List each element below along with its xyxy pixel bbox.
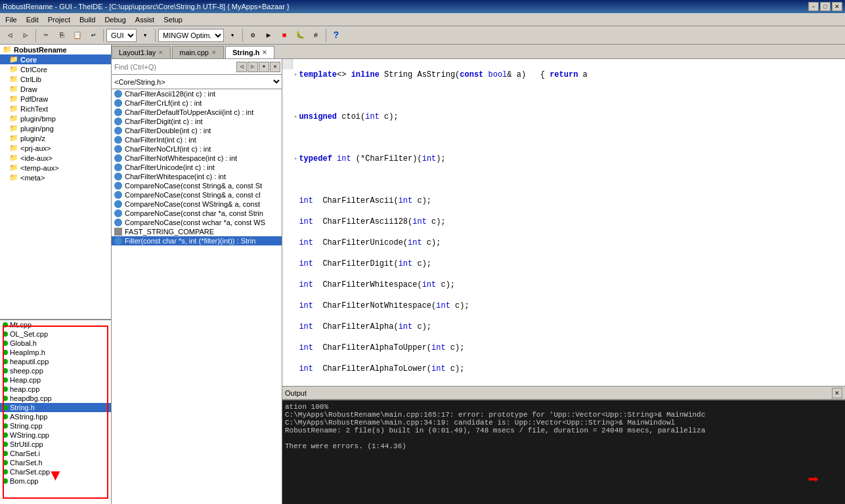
menu-build[interactable]: Build (76, 14, 99, 25)
tb-cut[interactable]: ✂ (39, 28, 53, 43)
tab-stringh[interactable]: String.h ✕ (225, 46, 275, 58)
compiler-combo[interactable]: MINGW Optim... (158, 29, 224, 42)
close-button[interactable]: ✕ (832, 2, 842, 11)
minimize-button[interactable]: − (808, 2, 819, 11)
tree-item-draw[interactable]: 📁 Draw (0, 84, 111, 94)
tree-item-ctrlcore[interactable]: 📁 CtrlCore (0, 64, 111, 74)
symbol-faststringcompare[interactable]: FAST_STRING_COMPARE (112, 227, 282, 236)
tab-close-layout1[interactable]: ✕ (158, 49, 163, 56)
file-item-astring[interactable]: AString.hpp (0, 412, 111, 421)
tb-undo[interactable]: ↩ (86, 28, 100, 43)
symbol-comparenocase4[interactable]: CompareNoCase(const char *a, const Strin (112, 209, 282, 218)
symbol-charfilterwhite[interactable]: CharFilterWhitespace(int c) : int (112, 172, 282, 181)
tree-item-tempaux[interactable]: 📁 <temp-aux> (0, 163, 111, 173)
menu-edit[interactable]: Edit (22, 14, 43, 25)
search-prev-btn[interactable]: ◁ (236, 62, 247, 72)
symbol-charfilterascii128[interactable]: CharFilterAscii128(int c) : int (112, 89, 282, 98)
file-selector[interactable]: <Core/Random.cpp> <Core/SHA1.cpp> <Core/… (112, 75, 282, 89)
search-close-btn[interactable]: ✕ (270, 62, 280, 72)
file-item-mtcpp[interactable]: Mt.cpp (0, 320, 111, 329)
symbol-search-input[interactable] (112, 59, 235, 74)
tb-copy[interactable]: ⎘ (54, 28, 69, 43)
tb-build2[interactable]: ▶ (261, 28, 276, 43)
tree-item-pluginz[interactable]: 📁 plugin/z (0, 133, 111, 143)
build-mode-combo[interactable]: GUI (106, 29, 137, 42)
code-content[interactable]: ▸template<> inline String AsString(const… (282, 59, 845, 386)
file-item-globalh[interactable]: Global.h (0, 339, 111, 348)
output-close-btn[interactable]: ✕ (832, 388, 842, 398)
tab-close-stringh[interactable]: ✕ (262, 49, 267, 56)
tb-sep3 (155, 29, 156, 42)
menu-file[interactable]: File (1, 14, 21, 25)
symbol-filter[interactable]: Filter(const char *s, int (*filter)(int)… (112, 236, 282, 245)
tb-build1[interactable]: ⚙ (246, 28, 260, 43)
symbol-charfilterdigit[interactable]: CharFilterDigit(int c) : int (112, 117, 282, 126)
menu-setup[interactable]: Setup (160, 14, 186, 25)
tb-compiler-arrow[interactable]: ▾ (225, 28, 240, 43)
file-item-bom[interactable]: Bom.cpp (0, 476, 111, 486)
file-name: Mt.cpp (10, 321, 32, 329)
file-item-charseth[interactable]: CharSet.h (0, 458, 111, 467)
tb-back[interactable]: ◁ (3, 28, 17, 43)
tree-item-robustRename[interactable]: 📁 RobustRename (0, 45, 111, 54)
fold-icon[interactable]: ▸ (294, 154, 297, 164)
fold-icon[interactable]: ▸ (294, 112, 297, 122)
tb-help[interactable]: ? (329, 28, 343, 43)
file-item-heap[interactable]: Heap.cpp (0, 375, 111, 385)
tb-debug[interactable]: 🐛 (293, 28, 307, 43)
tree-item-pluginpng[interactable]: 📁 plugin/png (0, 123, 111, 133)
menu-project[interactable]: Project (44, 14, 74, 25)
tree-item-richtext[interactable]: 📁 RichText (0, 104, 111, 114)
tab-layout1[interactable]: Layout1.lay ✕ (112, 46, 171, 58)
tree-item-meta[interactable]: 📁 <meta> (0, 173, 111, 182)
search-options-btn[interactable]: ▾ (259, 62, 269, 72)
tab-main[interactable]: main.cpp ✕ (172, 46, 224, 58)
file-item-stringh[interactable]: String.h (0, 403, 111, 412)
tree-label: <temp-aux> (20, 164, 59, 172)
symbol-charfilternocrfl[interactable]: CharFilterNoCrLf(int c) : int (112, 144, 282, 154)
tree-item-pdfdraw[interactable]: 📁 PdfDraw (0, 94, 111, 104)
file-item-heaputil[interactable]: heaputil.cpp (0, 357, 111, 366)
tb-hash[interactable]: # (309, 28, 323, 43)
symbol-comparenocase5[interactable]: CompareNoCase(const wchar *a, const WS (112, 218, 282, 227)
file-item-heapdbg[interactable]: heapdbg.cpp (0, 394, 111, 403)
file-item-olsetcpp[interactable]: OL_Set.cpp (0, 329, 111, 339)
search-next-btn[interactable]: ▷ (248, 62, 258, 72)
file-item-sheep[interactable]: sheep.cpp (0, 366, 111, 375)
symbol-comparenocase1[interactable]: CompareNoCase(const String& a, const St (112, 181, 282, 190)
tree-item-pluginbmp[interactable]: 📁 plugin/bmp (0, 114, 111, 123)
symbol-list: CharFilterAscii128(int c) : int CharFilt… (112, 89, 282, 504)
symbol-icon (114, 219, 122, 226)
symbol-chafilterdouble[interactable]: CharFilterDouble(int c) : int (112, 126, 282, 135)
symbol-charcfiltercrfl[interactable]: CharFilterCrLf(int c) : int (112, 98, 282, 108)
symbol-charfilterunicode[interactable]: CharFilterUnicode(int c) : int (112, 163, 282, 172)
file-item-wstring[interactable]: WString.cpp (0, 430, 111, 440)
tb-paste[interactable]: 📋 (70, 28, 85, 43)
file-item-stringcpp[interactable]: String.cpp (0, 421, 111, 430)
symbol-name: CharFilterWhitespace(int c) : int (125, 173, 226, 180)
tree-item-prjaux[interactable]: 📁 <prj-aux> (0, 143, 111, 153)
tree-item-core[interactable]: 📁 Core (0, 54, 111, 64)
symbol-charfilternotwhite[interactable]: CharFilterNotWhitespace(int c) : int (112, 154, 282, 163)
tree-item-ctrllib[interactable]: 📁 CtrlLib (0, 74, 111, 84)
tb-forward[interactable]: ▷ (18, 28, 33, 43)
tab-close-main[interactable]: ✕ (211, 49, 217, 56)
file-item-charseti[interactable]: CharSet.i (0, 449, 111, 458)
symbol-charfilterint[interactable]: CharFilterInt(int c) : int (112, 135, 282, 144)
fold-icon[interactable]: ▸ (294, 70, 297, 80)
tree-item-ideaux[interactable]: 📁 <ide-aux> (0, 153, 111, 163)
tb-combo-arrow[interactable]: ▾ (138, 28, 152, 43)
file-item-heapimp[interactable]: HeapImp.h (0, 348, 111, 357)
file-selector-dropdown[interactable]: <Core/Random.cpp> <Core/SHA1.cpp> <Core/… (112, 75, 282, 89)
folder-icon: 📁 (9, 173, 18, 182)
symbol-charfilterdefault[interactable]: CharFilterDefaultToUpperAscii(int c) : i… (112, 108, 282, 117)
symbol-comparenocase3[interactable]: CompareNoCase(const WString& a, const (112, 200, 282, 209)
file-item-heapcpp[interactable]: heap.cpp (0, 385, 111, 394)
menu-debug[interactable]: Debug (100, 14, 129, 25)
maximize-button[interactable]: □ (820, 2, 831, 11)
menu-assist[interactable]: Assist (131, 14, 158, 25)
file-item-strutil[interactable]: StrUtil.cpp (0, 440, 111, 449)
symbol-comparenocase2[interactable]: CompareNoCase(const String& a, const cl (112, 190, 282, 200)
file-item-charsetcpp[interactable]: CharSet.cpp (0, 467, 111, 476)
tb-stop[interactable]: ■ (277, 28, 292, 43)
